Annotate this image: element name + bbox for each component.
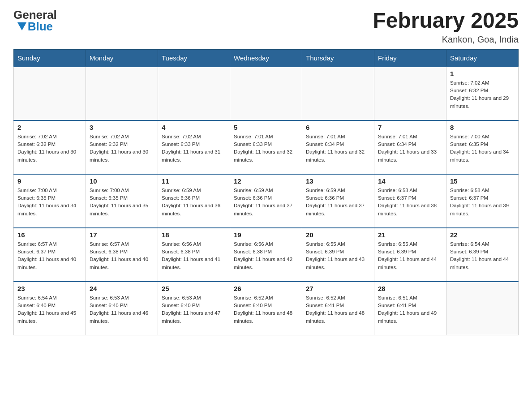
day-header-tuesday: Tuesday [158, 49, 230, 67]
calendar-cell [446, 282, 519, 335]
calendar-cell: 19Sunrise: 6:56 AMSunset: 6:38 PMDayligh… [230, 228, 302, 282]
calendar-cell: 22Sunrise: 6:54 AMSunset: 6:39 PMDayligh… [446, 228, 519, 282]
calendar-cell [86, 67, 158, 120]
calendar-table: SundayMondayTuesdayWednesdayThursdayFrid… [13, 49, 519, 336]
day-header-friday: Friday [374, 49, 446, 67]
day-info: Sunrise: 6:52 AMSunset: 6:40 PMDaylight:… [234, 294, 298, 325]
page-header: General Blue February 2025 Kankon, Goa, … [13, 9, 519, 45]
day-number: 12 [234, 177, 298, 185]
day-info: Sunrise: 6:54 AMSunset: 6:40 PMDaylight:… [17, 294, 82, 325]
day-info: Sunrise: 7:00 AMSunset: 6:35 PMDaylight:… [90, 187, 154, 218]
calendar-cell: 7Sunrise: 7:01 AMSunset: 6:34 PMDaylight… [374, 120, 446, 174]
calendar-cell [158, 67, 230, 120]
week-row-3: 9Sunrise: 7:00 AMSunset: 6:35 PMDaylight… [14, 174, 519, 228]
day-number: 6 [306, 124, 370, 131]
calendar-cell: 21Sunrise: 6:55 AMSunset: 6:39 PMDayligh… [374, 228, 446, 282]
day-number: 23 [17, 285, 82, 292]
day-number: 25 [162, 285, 226, 292]
day-info: Sunrise: 7:01 AMSunset: 6:34 PMDaylight:… [306, 133, 370, 164]
calendar-subtitle: Kankon, Goa, India [373, 34, 519, 45]
calendar-cell: 23Sunrise: 6:54 AMSunset: 6:40 PMDayligh… [14, 282, 86, 335]
day-info: Sunrise: 7:01 AMSunset: 6:34 PMDaylight:… [378, 133, 442, 164]
day-info: Sunrise: 6:59 AMSunset: 6:36 PMDaylight:… [234, 187, 298, 218]
calendar-cell: 4Sunrise: 7:02 AMSunset: 6:33 PMDaylight… [158, 120, 230, 174]
week-row-5: 23Sunrise: 6:54 AMSunset: 6:40 PMDayligh… [14, 282, 519, 335]
calendar-cell: 13Sunrise: 6:59 AMSunset: 6:36 PMDayligh… [302, 174, 374, 228]
week-row-2: 2Sunrise: 7:02 AMSunset: 6:32 PMDaylight… [14, 120, 519, 174]
calendar-cell: 25Sunrise: 6:53 AMSunset: 6:40 PMDayligh… [158, 282, 230, 335]
day-info: Sunrise: 6:56 AMSunset: 6:38 PMDaylight:… [162, 240, 226, 271]
calendar-cell [302, 67, 374, 120]
day-number: 22 [450, 231, 515, 239]
day-number: 11 [162, 177, 226, 185]
day-number: 3 [90, 124, 154, 131]
calendar-cell: 27Sunrise: 6:52 AMSunset: 6:41 PMDayligh… [302, 282, 374, 335]
day-info: Sunrise: 6:51 AMSunset: 6:41 PMDaylight:… [378, 294, 442, 325]
day-number: 21 [378, 231, 442, 239]
day-info: Sunrise: 6:59 AMSunset: 6:36 PMDaylight:… [162, 187, 226, 218]
day-info: Sunrise: 6:53 AMSunset: 6:40 PMDaylight:… [90, 294, 154, 325]
day-number: 8 [450, 124, 515, 131]
calendar-cell: 10Sunrise: 7:00 AMSunset: 6:35 PMDayligh… [86, 174, 158, 228]
day-header-thursday: Thursday [302, 49, 374, 67]
day-info: Sunrise: 6:57 AMSunset: 6:38 PMDaylight:… [90, 240, 154, 271]
calendar-cell: 2Sunrise: 7:02 AMSunset: 6:32 PMDaylight… [14, 120, 86, 174]
day-number: 2 [17, 124, 82, 131]
day-number: 1 [450, 70, 515, 77]
day-number: 13 [306, 177, 370, 185]
day-number: 20 [306, 231, 370, 239]
calendar-cell: 6Sunrise: 7:01 AMSunset: 6:34 PMDaylight… [302, 120, 374, 174]
day-info: Sunrise: 6:53 AMSunset: 6:40 PMDaylight:… [162, 294, 226, 325]
days-header-row: SundayMondayTuesdayWednesdayThursdayFrid… [14, 49, 519, 67]
calendar-cell: 18Sunrise: 6:56 AMSunset: 6:38 PMDayligh… [158, 228, 230, 282]
day-info: Sunrise: 6:55 AMSunset: 6:39 PMDaylight:… [306, 240, 370, 271]
day-number: 17 [90, 231, 154, 239]
day-info: Sunrise: 6:52 AMSunset: 6:41 PMDaylight:… [306, 294, 370, 325]
title-section: February 2025 Kankon, Goa, India [373, 9, 519, 45]
calendar-cell: 24Sunrise: 6:53 AMSunset: 6:40 PMDayligh… [86, 282, 158, 335]
day-info: Sunrise: 6:56 AMSunset: 6:38 PMDaylight:… [234, 240, 298, 271]
day-info: Sunrise: 7:02 AMSunset: 6:33 PMDaylight:… [162, 133, 226, 164]
day-header-wednesday: Wednesday [230, 49, 302, 67]
day-number: 4 [162, 124, 226, 131]
calendar-cell: 1Sunrise: 7:02 AMSunset: 6:32 PMDaylight… [446, 67, 519, 120]
calendar-cell: 3Sunrise: 7:02 AMSunset: 6:32 PMDaylight… [86, 120, 158, 174]
calendar-cell: 20Sunrise: 6:55 AMSunset: 6:39 PMDayligh… [302, 228, 374, 282]
day-info: Sunrise: 6:58 AMSunset: 6:37 PMDaylight:… [450, 187, 515, 218]
day-number: 24 [90, 285, 154, 292]
day-number: 28 [378, 285, 442, 292]
day-info: Sunrise: 7:02 AMSunset: 6:32 PMDaylight:… [90, 133, 154, 164]
day-number: 19 [234, 231, 298, 239]
calendar-cell [374, 67, 446, 120]
day-info: Sunrise: 7:01 AMSunset: 6:33 PMDaylight:… [234, 133, 298, 164]
calendar-cell: 26Sunrise: 6:52 AMSunset: 6:40 PMDayligh… [230, 282, 302, 335]
calendar-cell: 8Sunrise: 7:00 AMSunset: 6:35 PMDaylight… [446, 120, 519, 174]
day-info: Sunrise: 7:00 AMSunset: 6:35 PMDaylight:… [17, 187, 82, 218]
day-number: 16 [17, 231, 82, 239]
day-info: Sunrise: 7:02 AMSunset: 6:32 PMDaylight:… [17, 133, 82, 164]
day-number: 18 [162, 231, 226, 239]
logo: General Blue [13, 9, 59, 32]
calendar-cell: 5Sunrise: 7:01 AMSunset: 6:33 PMDaylight… [230, 120, 302, 174]
day-number: 14 [378, 177, 442, 185]
logo-icon: General Blue [13, 9, 57, 32]
day-number: 7 [378, 124, 442, 131]
day-info: Sunrise: 6:59 AMSunset: 6:36 PMDaylight:… [306, 187, 370, 218]
day-info: Sunrise: 6:55 AMSunset: 6:39 PMDaylight:… [378, 240, 442, 271]
calendar-cell [14, 67, 86, 120]
calendar-cell: 28Sunrise: 6:51 AMSunset: 6:41 PMDayligh… [374, 282, 446, 335]
day-number: 10 [90, 177, 154, 185]
day-info: Sunrise: 6:57 AMSunset: 6:37 PMDaylight:… [17, 240, 82, 271]
calendar-cell: 12Sunrise: 6:59 AMSunset: 6:36 PMDayligh… [230, 174, 302, 228]
calendar-cell: 14Sunrise: 6:58 AMSunset: 6:37 PMDayligh… [374, 174, 446, 228]
day-number: 9 [17, 177, 82, 185]
calendar-cell [230, 67, 302, 120]
day-info: Sunrise: 6:58 AMSunset: 6:37 PMDaylight:… [378, 187, 442, 218]
calendar-cell: 17Sunrise: 6:57 AMSunset: 6:38 PMDayligh… [86, 228, 158, 282]
day-number: 26 [234, 285, 298, 292]
day-header-sunday: Sunday [14, 49, 86, 67]
day-number: 5 [234, 124, 298, 131]
calendar-cell: 9Sunrise: 7:00 AMSunset: 6:35 PMDaylight… [14, 174, 86, 228]
week-row-1: 1Sunrise: 7:02 AMSunset: 6:32 PMDaylight… [14, 67, 519, 120]
day-number: 27 [306, 285, 370, 292]
